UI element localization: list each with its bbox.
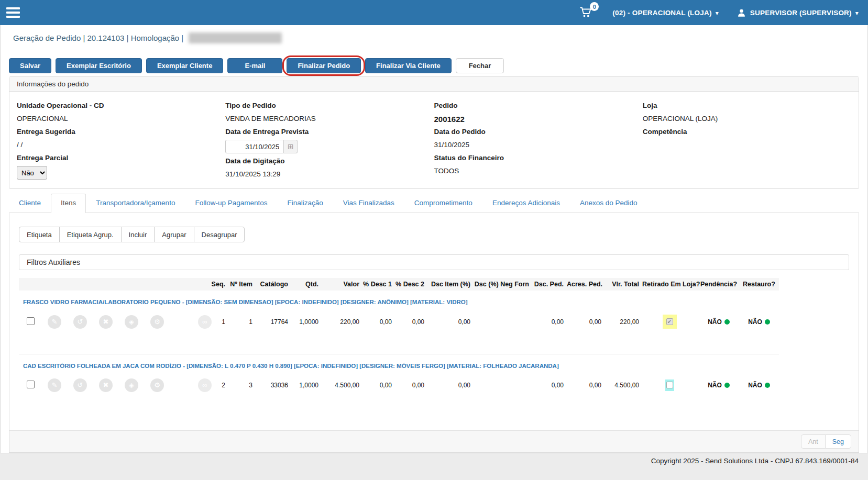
entrega-parcial-select[interactable]: Não: [17, 166, 47, 180]
unidade-label: Unidade Operacional - CD: [17, 102, 225, 109]
data-entrega-input[interactable]: [225, 140, 284, 153]
user-dropdown[interactable]: SUPERVISOR (SUPERVISOR): [737, 8, 859, 18]
salvar-button[interactable]: Salvar: [9, 58, 51, 73]
etiqueta-agrup-button[interactable]: Etiqueta Agrup.: [59, 227, 122, 242]
competencia-label: Competência: [643, 128, 851, 136]
edit-icon[interactable]: [48, 315, 61, 329]
history-icon[interactable]: [73, 315, 87, 329]
exemplar-escritorio-button[interactable]: Exemplar Escritório: [56, 58, 142, 73]
header-desc2: % Desc 2: [393, 278, 426, 291]
cell-desc2: 0,00: [393, 307, 426, 336]
menu-icon[interactable]: [6, 7, 20, 18]
header-n-item: Nº Item: [227, 278, 254, 291]
items-table-header-row: Seq. Nº Item Catálogo Qtd. Valor % Desc …: [19, 278, 779, 291]
gear-icon[interactable]: [150, 315, 164, 329]
header-qtd: Qtd.: [290, 278, 320, 291]
row-2-checkbox[interactable]: [27, 381, 35, 388]
header-actions: [39, 278, 203, 291]
retirado-highlight-cyan: [665, 379, 674, 391]
cancel-icon[interactable]: [99, 378, 113, 392]
navbar-right: 0 (02) - OPERACIONAL (LOJA) SUPERVISOR (…: [579, 6, 859, 19]
calendar-icon[interactable]: [284, 140, 298, 153]
data-pedido-value: 31/10/2025: [434, 141, 643, 150]
tab-transportadora[interactable]: Transportadora/Içamento: [86, 194, 185, 213]
tag-icon[interactable]: [125, 315, 138, 329]
fechar-button[interactable]: Fechar: [456, 58, 504, 73]
exemplar-cliente-button[interactable]: Exemplar Cliente: [146, 58, 224, 73]
retirado-checkbox-unchecked[interactable]: [666, 382, 673, 388]
cart-button[interactable]: 0: [579, 6, 595, 19]
edit-icon[interactable]: [48, 378, 61, 392]
email-button[interactable]: E-mail: [227, 58, 282, 73]
finalizar-via-cliente-button[interactable]: Finalizar Via Cliente: [365, 58, 452, 73]
menu-bar: [6, 16, 20, 18]
tab-vias-finalizadas[interactable]: Vias Finalizadas: [333, 194, 404, 213]
cell-n-item: 1: [227, 307, 254, 336]
tab-anexos-pedido[interactable]: Anexos do Pedido: [570, 194, 647, 213]
tab-comprometimento[interactable]: Comprometimento: [404, 194, 482, 213]
header-dsc-ped: Dsc. Ped.: [531, 278, 565, 291]
tab-finalizacao[interactable]: Finalização: [277, 194, 333, 213]
loja-label: Loja: [643, 102, 851, 109]
row-1-checkbox[interactable]: [27, 317, 35, 325]
order-info-fields: Unidade Operacional - CD OPERACIONAL Ent…: [9, 92, 859, 188]
header-vlr-total: Vlr. Total: [603, 278, 641, 291]
cell-qtd: 1,0000: [290, 371, 320, 399]
entrega-parcial-label: Entrega Parcial: [17, 154, 225, 162]
header-valor: Valor: [320, 278, 361, 291]
tag-icon[interactable]: [125, 378, 138, 392]
item-spacer: [19, 399, 779, 417]
tab-enderecos-adicionais[interactable]: Endereços Adicionais: [482, 194, 570, 213]
restauro-value: NÃO: [748, 382, 762, 389]
itens-tab-inner: Etiqueta Etiqueta Agrup. Incluir Agrupar…: [9, 213, 859, 417]
desagrupar-button[interactable]: Desagrupar: [194, 227, 245, 242]
header-pendencia: Pendência?: [698, 278, 739, 291]
item-1-description[interactable]: FRASCO VIDRO FARMACIA/LABORATORIO PEQUEN…: [19, 291, 779, 307]
table-row: 2 3 33036 1,0000 4.500,00 0,00 0,00 0,00…: [19, 371, 779, 399]
cancel-icon[interactable]: [99, 315, 113, 329]
gear-icon[interactable]: [150, 378, 164, 392]
retirado-highlight-yellow: [663, 315, 677, 329]
info-col-3: Pedido 2001622 Data do Pedido 31/10/2025…: [434, 98, 643, 183]
data-pedido-label: Data do Pedido: [434, 128, 643, 136]
agrupar-button[interactable]: Agrupar: [154, 227, 194, 242]
tab-followup-pagamentos[interactable]: Follow-up Pagamentos: [185, 194, 277, 213]
tab-cliente[interactable]: Cliente: [9, 194, 51, 213]
redacted-client-name: [189, 32, 282, 43]
breadcrumb-text: Geração de Pedido | 20.124103 | Homologa…: [13, 34, 183, 42]
item-2-description[interactable]: CAD ESCRITÓRIO FOLHEADA EM JACA COM RODÍ…: [19, 354, 779, 371]
competencia-value: [643, 141, 851, 150]
pagination-next-button[interactable]: Seg: [825, 434, 851, 449]
filtros-auxiliares-header[interactable]: Filtros Auxiliares: [19, 254, 849, 270]
etiqueta-button[interactable]: Etiqueta: [19, 227, 60, 242]
data-entrega-field: [225, 140, 434, 153]
link-icon[interactable]: [198, 378, 212, 392]
history-icon[interactable]: [73, 378, 87, 392]
link-icon[interactable]: [198, 315, 212, 329]
finalizar-pedido-button[interactable]: Finalizar Pedido: [287, 58, 361, 73]
items-table: Seq. Nº Item Catálogo Qtd. Valor % Desc …: [19, 278, 779, 417]
table-footer: Ant Seg: [9, 430, 859, 452]
breadcrumb: Geração de Pedido | 20.124103 | Homologa…: [0, 25, 868, 51]
pagination-prev-button[interactable]: Ant: [801, 434, 826, 449]
cell-valor: 4.500,00: [320, 371, 361, 399]
retirado-checkbox-checked[interactable]: [666, 318, 673, 325]
menu-bar: [6, 7, 20, 9]
incluir-button[interactable]: Incluir: [121, 227, 155, 242]
cell-desc1: 0,00: [361, 371, 393, 399]
header-desc1: % Desc 1: [361, 278, 393, 291]
itens-tab-panel: Etiqueta Etiqueta Agrup. Incluir Agrupar…: [9, 213, 859, 453]
cell-desc2: 0,00: [393, 371, 426, 399]
pendencia-value: NÃO: [708, 318, 722, 326]
tab-itens[interactable]: Itens: [51, 194, 86, 213]
cell-neg-forn: [472, 371, 531, 399]
cell-dsc-ped: 0,00: [531, 307, 565, 336]
unit-dropdown[interactable]: (02) - OPERACIONAL (LOJA): [612, 9, 719, 17]
items-toolbar: Etiqueta Etiqueta Agrup. Incluir Agrupar…: [19, 227, 245, 242]
item-description-row: FRASCO VIDRO FARMACIA/LABORATORIO PEQUEN…: [19, 291, 779, 307]
header-seq: Seq.: [203, 278, 227, 291]
action-button-row: Salvar Exemplar Escritório Exemplar Clie…: [9, 58, 859, 73]
cell-catalogo: 17764: [254, 307, 290, 336]
cell-n-item: 3: [227, 371, 254, 399]
status-dot-green: [765, 383, 770, 388]
